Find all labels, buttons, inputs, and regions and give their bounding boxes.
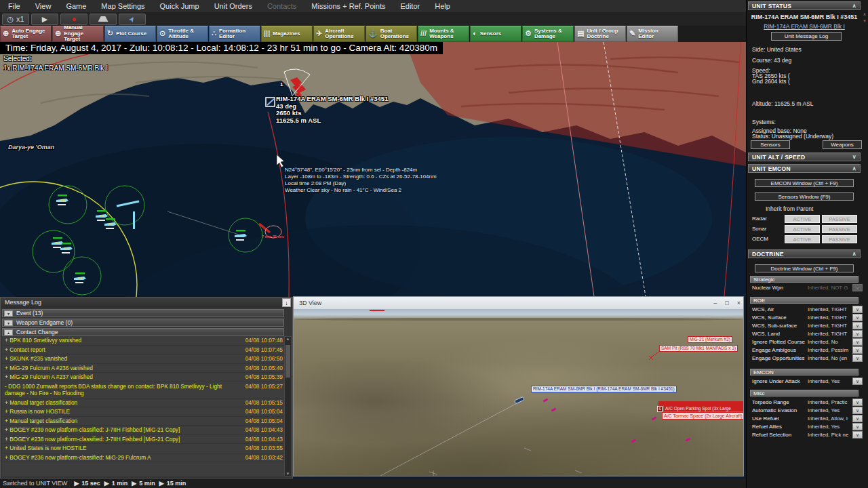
step-5min-button[interactable]: ▶5 min [132,480,155,487]
unit-group-doctrine-button[interactable]: ▤Unit / Group Doctrine [574,26,626,42]
log-entry[interactable]: + Russia is now HOSTILE04/08 10:05:04 [2,407,284,417]
log-group-weapon-endgame[interactable]: ▾ Weapon Endgame (0) [2,319,284,327]
dropdown-icon[interactable]: ∨ [852,306,863,313]
minimize-icon[interactable]: – [713,300,717,306]
menu-missions-ref-points[interactable]: Missions + Ref. Points [311,2,385,10]
chevron-down-icon[interactable]: ▾ [4,310,13,317]
log-entry[interactable]: + Contact report04/08 10:07:45 [2,346,284,355]
menu-game[interactable]: Game [66,2,86,10]
log-group-event[interactable]: ▾ Event (13) [2,309,284,317]
oecm-passive-button[interactable]: PASSIVE [822,235,857,243]
3d-view-titlebar[interactable]: 3D View [294,297,743,309]
plot-course-button[interactable]: ↻Plot Course [104,26,156,42]
log-entry[interactable]: + SKUNK #235 vanished04/08 10:06:50 [2,354,284,364]
unit-map-label[interactable]: RIM-174A ERAM SM-6MR Blk I #3451 43 deg … [276,96,388,124]
auto-engage-target-button[interactable]: ⊕Auto Engage Target [0,26,52,42]
boat-operations-button[interactable]: ⚓Boat Operations [366,26,417,42]
popout-button[interactable]: ↓ [282,298,291,307]
sonar-active-button[interactable]: ACTIVE [785,225,820,233]
selected-missile-symbol[interactable] [266,98,275,106]
dropdown-icon[interactable]: ∨ [852,415,863,422]
record-button[interactable]: ● [60,14,87,25]
log-entry[interactable]: + BOGEY #239 now platform-classified: J-… [2,426,284,435]
dropdown-icon[interactable]: ∨ [852,322,863,329]
parking-spot-label[interactable]: A/C Open Parking Spot (3x Large [664,406,743,411]
dropdown-icon[interactable]: ∨ [852,354,863,362]
scroll-down-icon[interactable]: ▼ [285,472,291,476]
menu-editor[interactable]: Editor [400,2,420,10]
dropdown-icon[interactable]: ∨ [852,346,863,354]
log-entry[interactable]: + MiG-29 Fulcrum A #237 vanished04/08 10… [2,373,284,382]
menu-quick-jump[interactable]: Quick Jump [160,2,199,10]
log-entry[interactable]: + BOGEY #238 now platform-classified: J-… [2,435,284,445]
sensors-button[interactable]: ◐Sensors [470,26,521,42]
dropdown-icon[interactable]: ∨ [852,407,863,414]
play-button[interactable]: ▶ [31,14,58,25]
3d-view-window[interactable]: 3D View – □ × MiG-21 (Merkum #2) SAM Plt… [293,296,744,476]
step-15sec-button[interactable]: ▶15 sec [74,480,100,487]
formation-editor-button[interactable]: ∴Formation Editor [209,26,260,42]
dropdown-icon[interactable]: ∨ [852,330,863,338]
sonar-passive-button[interactable]: PASSIVE [822,225,857,233]
dropdown-icon[interactable]: ∨ [852,399,863,406]
log-scrollbar[interactable]: ▲ ▼ [284,336,292,476]
throttle-altitude-button[interactable]: ⊙Throttle & Altitude [157,26,208,42]
menu-unit-orders[interactable]: Unit Orders [214,2,252,10]
sensors-panel-button[interactable]: Sensors [751,140,790,149]
tarmac-space-label[interactable]: A/C Tarmac Space (2x Large Aircraft) [662,412,743,420]
sidebar-scroll-arrows[interactable]: ∧ ▼ [861,11,868,38]
sensors-window-button[interactable]: Sensors Window (F9) [755,192,854,201]
unit-emcon-header[interactable]: ∧UNIT EMCON [748,164,861,173]
menu-view[interactable]: View [35,2,52,10]
dropdown-icon[interactable]: ∨ [852,338,863,346]
scroll-up-icon[interactable]: ∧ [861,11,868,18]
dropdown-icon[interactable]: ∨ [852,378,863,385]
collapse-icon[interactable]: ∧ [852,2,856,10]
time-compression-button[interactable]: ◷ x1 [2,14,29,25]
mig21-label[interactable]: MiG-21 (Merkum #2) [688,336,732,343]
oecm-active-button[interactable]: ACTIVE [785,235,820,243]
radar-passive-button[interactable]: PASSIVE [822,215,857,223]
scroll-thumb[interactable] [285,345,290,378]
dropdown-icon[interactable]: ∨ [852,431,863,439]
log-group-contact-change[interactable]: ▴ Contact Change [2,328,284,336]
chevron-up-icon[interactable]: ▴ [4,329,13,336]
log-entry[interactable]: - DDG 1000 Zumwalt reports BDA status ch… [2,382,284,399]
log-entry[interactable]: + MiG-29 Fulcrum A #236 vanished04/08 10… [2,364,284,373]
doctrine-window-button[interactable]: Doctrine Window (Ctrl + F9) [755,264,854,272]
step-1min-button[interactable]: ▶1 min [104,480,127,487]
doctrine-header[interactable]: ∧DOCTRINE [748,249,861,258]
unit-alt-speed-header[interactable]: ∨UNIT ALT / SPEED [748,152,861,161]
unit-class-link[interactable]: RIM-174A ERAM SM-6MR Blk I [747,23,862,30]
menu-help[interactable]: Help [435,2,450,10]
radar-active-button[interactable]: ACTIVE [785,215,820,223]
mission-editor-button[interactable]: ✎Mission Editor [627,26,678,42]
3d-view-content[interactable]: MiG-21 (Merkum #2) SAM Plt (RBS 70 Mk1 M… [294,309,743,476]
systems-damage-button[interactable]: ⚙Systems & Damage [522,26,574,42]
magazines-button[interactable]: |||Magazines [261,26,313,42]
collapse-icon[interactable]: ∧ [852,165,856,173]
unit-status-header[interactable]: ∧UNIT STATUS [748,1,861,10]
emcon-window-button[interactable]: EMCON Window (Ctrl + F9) [755,179,854,187]
log-entry[interactable]: + Manual target classification04/08 10:0… [2,417,284,426]
scroll-down-icon[interactable]: ▼ [861,18,868,24]
dropdown-icon[interactable]: ∨ [852,423,863,430]
menu-map-settings[interactable]: Map Settings [101,2,144,10]
log-entry[interactable]: + BOGEY #236 now platform-classified: Mi… [2,453,284,463]
range-symbol-button[interactable] [90,14,117,25]
unit-message-log-button[interactable]: Unit Message Log [771,32,842,41]
expand-icon[interactable]: ∨ [852,153,856,161]
chevron-down-icon[interactable]: ▾ [4,320,13,326]
close-icon[interactable]: × [737,300,741,306]
weapons-panel-button[interactable]: Weapons [823,140,862,149]
sam-platoon-label[interactable]: SAM Plt (RBS 70 Mk1 MANPADS x 3) [659,345,738,352]
log-entry[interactable]: + Manual target classification04/08 10:0… [2,399,284,408]
dropdown-icon[interactable]: ∨ [852,314,863,321]
scroll-up-icon[interactable]: ▲ [285,337,291,341]
mounts-weapons-button[interactable]: ///Mounts & Weapons [418,26,469,42]
step-15min-button[interactable]: ▶15 min [159,480,186,487]
maximize-icon[interactable]: □ [725,300,728,306]
missile-3d-label[interactable]: RIM-174A ERAM SM-6MR Blk I (RIM-174A ERA… [531,386,677,392]
manual-engage-target-button[interactable]: ⊕Manual Engage Target [52,26,104,42]
log-entry[interactable]: + BPK 810 Smetlivyy vanished04/08 10:07:… [2,336,284,346]
